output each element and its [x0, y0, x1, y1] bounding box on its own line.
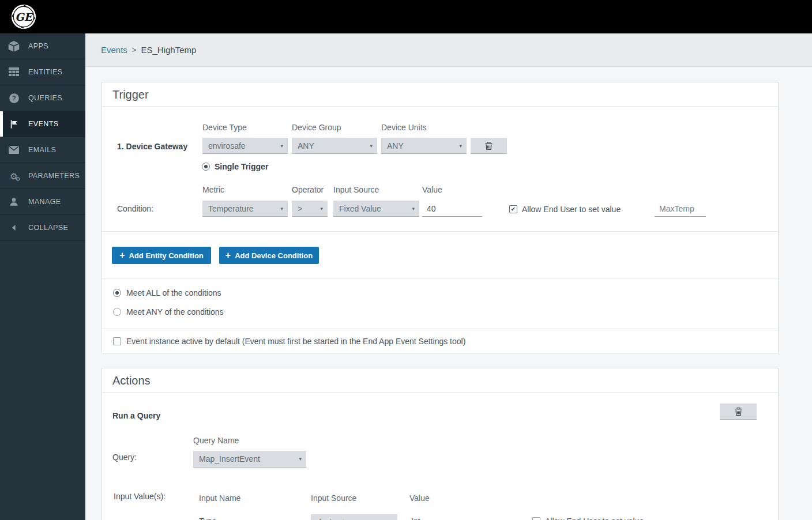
sidebar-item-label: QUERIES: [28, 94, 62, 102]
ge-monogram: GE: [15, 11, 34, 23]
condition-value-input[interactable]: [422, 201, 482, 217]
breadcrumb: Events > ES_HighTemp: [101, 33, 196, 66]
table-icon: [7, 66, 20, 78]
breadcrumb-events-link[interactable]: Events: [101, 45, 127, 55]
chevron-down-icon: ▾: [280, 205, 283, 211]
ge-logo-icon[interactable]: GE: [10, 3, 37, 30]
meet-all-label: Meet ALL of the conditions: [126, 288, 221, 297]
run-a-query-label: Run a Query: [112, 411, 160, 420]
input-name-column-label: Input Name: [199, 493, 240, 503]
svg-text:?: ?: [12, 95, 16, 101]
meet-any-radio[interactable]: [113, 308, 121, 316]
device-type-select[interactable]: envirosafe ▾: [202, 138, 288, 154]
box-icon: [7, 40, 20, 52]
row-allow-end-user-checkbox[interactable]: [532, 517, 540, 520]
chevron-down-icon: ▾: [370, 142, 373, 148]
chevron-down-icon: ▾: [459, 142, 462, 148]
metric-select[interactable]: Temperature ▾: [202, 201, 288, 217]
end-user-param-input[interactable]: [655, 201, 706, 217]
device-units-value: ANY: [387, 141, 404, 150]
meet-all-radio[interactable]: [113, 289, 121, 297]
sidebar-item-collapse[interactable]: COLLAPSE: [0, 215, 85, 241]
sidebar-item-events[interactable]: EVENTS: [0, 111, 85, 137]
flag-icon: [7, 118, 20, 130]
plus-icon: +: [119, 251, 125, 260]
chevron-right-icon: >: [132, 46, 137, 54]
trash-icon: [484, 141, 493, 150]
sidebar-item-label: PARAMETERS: [28, 172, 80, 180]
input-source-label: Input Source: [333, 185, 379, 194]
device-group-label: Device Group: [292, 123, 341, 132]
event-active-label: Event instance active by default (Event …: [126, 337, 465, 346]
device-type-label: Device Type: [202, 123, 247, 132]
sidebar-item-label: EVENTS: [28, 120, 58, 128]
sidebar-item-apps[interactable]: APPS: [0, 33, 85, 59]
actions-panel: Actions Run a Query Query Name Query: Ma…: [102, 368, 779, 520]
operator-value: >: [298, 204, 302, 213]
sidebar-item-queries[interactable]: ? QUERIES: [0, 85, 85, 111]
metric-value: Temperature: [208, 204, 254, 213]
row-input-source-select[interactable]: device:type ▾: [311, 514, 397, 520]
person-icon: [7, 195, 20, 208]
sidebar-item-parameters[interactable]: ⚙⚙ PARAMETERS: [0, 163, 85, 189]
chevron-down-icon: ▾: [280, 142, 283, 148]
input-source-select[interactable]: Fixed Value ▾: [333, 201, 419, 217]
plus-icon: +: [225, 251, 231, 260]
divider: [102, 231, 778, 232]
delete-device-gateway-button[interactable]: [471, 138, 507, 154]
sidebar-item-entities[interactable]: ENTITIES: [0, 59, 85, 85]
top-bar: GE: [0, 0, 812, 33]
sidebar: APPS ENTITIES ? QUERIES: [0, 33, 85, 520]
breadcrumb-current: ES_HighTemp: [141, 45, 196, 55]
divider: [102, 278, 778, 278]
operator-label: Operator: [292, 185, 324, 194]
gears-icon: ⚙⚙: [7, 169, 20, 182]
actions-panel-title: Actions: [102, 368, 778, 393]
add-entity-condition-label: Add Entity Condition: [129, 251, 204, 260]
sidebar-item-emails[interactable]: EMAILS: [0, 137, 85, 163]
sidebar-item-label: EMAILS: [28, 146, 56, 154]
input-values-label: Input Value(s):: [114, 492, 166, 501]
sidebar-item-label: COLLAPSE: [28, 224, 68, 232]
trigger-panel-title: Trigger: [102, 82, 778, 107]
allow-end-user-checkbox[interactable]: ✔: [509, 205, 517, 213]
input-source-value: Fixed Value: [339, 204, 381, 213]
metric-label: Metric: [202, 185, 224, 194]
question-circle-icon: ?: [7, 92, 20, 104]
value-column-label: Value: [409, 493, 430, 503]
device-units-label: Device Units: [381, 123, 427, 132]
event-active-checkbox[interactable]: [113, 337, 121, 345]
device-units-select[interactable]: ANY ▾: [381, 138, 467, 154]
chevron-down-icon: ▾: [299, 456, 302, 462]
device-group-value: ANY: [298, 141, 314, 150]
condition-label: Condition:: [117, 204, 153, 213]
divider: [102, 329, 778, 329]
chevron-down-icon: ▾: [412, 205, 415, 211]
add-device-condition-label: Add Device Condition: [235, 251, 313, 260]
operator-select[interactable]: > ▾: [292, 201, 328, 217]
delete-action-button[interactable]: [720, 404, 757, 420]
device-type-value: envirosafe: [208, 141, 246, 150]
page: GE APPS ENTITIES: [0, 0, 812, 520]
add-device-condition-button[interactable]: + Add Device Condition: [219, 247, 319, 264]
collapse-arrow-icon: [7, 221, 20, 234]
add-entity-condition-button[interactable]: + Add Entity Condition: [112, 247, 211, 264]
trash-icon: [734, 407, 743, 416]
allow-end-user-label: Allow End User to set value: [522, 205, 621, 214]
sidebar-item-label: ENTITIES: [28, 68, 62, 76]
device-group-select[interactable]: ANY ▾: [292, 138, 377, 154]
query-name-value: Map_InsertEvent: [199, 454, 260, 464]
meet-any-label: Meet ANY of the conditions: [126, 307, 224, 316]
single-trigger-radio[interactable]: [202, 163, 210, 171]
trigger-panel: Trigger Device Type Device Group Device …: [102, 82, 779, 353]
breadcrumb-bar: Events > ES_HighTemp: [85, 33, 812, 67]
chevron-down-icon: ▾: [320, 205, 323, 211]
sidebar-item-manage[interactable]: MANAGE: [0, 189, 85, 215]
query-name-select[interactable]: Map_InsertEvent ▾: [193, 451, 306, 468]
device-gateway-label: 1. Device Gateway: [117, 142, 187, 151]
row-input-name: Type: [199, 517, 216, 520]
value-label: Value: [422, 185, 442, 194]
input-source-column-label: Input Source: [311, 493, 356, 503]
row-value: Int: [411, 517, 420, 520]
envelope-icon: [7, 144, 20, 156]
